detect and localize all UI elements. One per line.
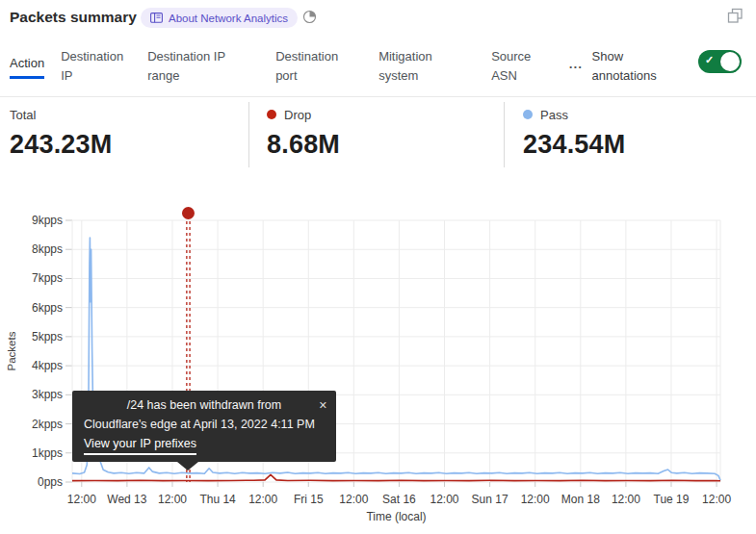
y-tick-label: 1kpps (32, 446, 63, 460)
annotation-tooltip: /24 has been withdrawn from Cloudflare's… (72, 391, 336, 462)
y-tick-label: 6kpps (32, 301, 63, 315)
tooltip-line2: Cloudflare's edge at April 13, 2022 4:11… (84, 415, 325, 434)
stat-pass-label: Pass (540, 108, 568, 122)
check-icon: ✓ (705, 54, 714, 66)
tooltip-line1: /24 has been withdrawn from (84, 395, 325, 415)
show-annotations-label: Show annotations (592, 47, 671, 86)
stat-pass-value: 234.54M (523, 130, 625, 160)
drop-line[interactable] (72, 474, 720, 480)
x-tick-label: 12:00 (430, 493, 459, 506)
x-tick-label: Fri 15 (294, 493, 324, 506)
x-tick-label: Wed 13 (107, 493, 146, 506)
y-tick-label: 8kpps (32, 242, 63, 256)
x-tick-label: 12:00 (702, 493, 731, 506)
view-ip-prefixes-link[interactable]: View your IP prefixes (84, 434, 196, 455)
tab-action[interactable]: Action (10, 54, 44, 79)
stat-drop-label: Drop (284, 108, 311, 122)
x-tick-label: 12:00 (612, 493, 640, 506)
stat-divider (248, 102, 249, 167)
x-tick-label: 12:00 (521, 493, 550, 506)
tabs-divider (0, 96, 756, 97)
time-range-icon[interactable] (302, 10, 317, 24)
y-tick-label: 3kpps (32, 388, 63, 401)
drop-legend-dot (267, 110, 276, 119)
tooltip-arrow (177, 462, 198, 470)
y-tick-label: 5kpps (32, 330, 63, 343)
x-tick-label: Sat 16 (382, 493, 416, 506)
y-axis-title: Packets (6, 331, 17, 370)
stat-total: Total 243.23M (10, 106, 112, 160)
annotation-marker[interactable] (182, 207, 195, 219)
y-tick-label: 2kpps (32, 418, 63, 431)
y-tick-label: 0pps (38, 475, 63, 489)
y-tick-label: 4kpps (32, 359, 63, 372)
packets-chart[interactable]: 0pps1kpps2kpps3kpps4kpps5kpps6kpps7kpps8… (0, 202, 756, 534)
stat-total-value: 243.23M (10, 130, 112, 160)
x-axis-title: Time (local) (366, 510, 426, 523)
y-tick-label: 9kpps (32, 214, 63, 227)
x-tick-label: 12:00 (248, 493, 277, 506)
badge-label: About Network Analytics (169, 13, 288, 24)
stat-drop: Drop 8.68M (267, 106, 340, 160)
x-tick-label: Sun 17 (472, 493, 508, 506)
expand-window-icon[interactable] (727, 8, 743, 24)
pass-legend-dot (523, 110, 533, 119)
y-tick-label: 7kpps (32, 271, 63, 285)
x-tick-label: Tue 19 (654, 493, 690, 506)
stat-drop-value: 8.68M (267, 130, 340, 160)
stat-divider (504, 102, 505, 167)
show-annotations-toggle[interactable]: ✓ (698, 50, 742, 73)
page-title: Packets summary (10, 9, 137, 26)
close-icon[interactable]: ✕ (319, 395, 327, 415)
about-network-analytics-badge[interactable]: About Network Analytics (141, 8, 298, 28)
tab-source-asn[interactable]: Source ASN (491, 47, 537, 86)
tab-destination-ip[interactable]: Destination IP (61, 47, 136, 86)
tab-mitigation-system[interactable]: Mitigation system (378, 47, 442, 86)
x-tick-label: Mon 18 (561, 493, 600, 506)
toggle-knob (720, 52, 740, 71)
x-tick-label: Thu 14 (199, 493, 236, 506)
dimension-tabs: Action Destination IP Destination IP ran… (10, 44, 671, 89)
book-icon (150, 13, 163, 23)
tab-destination-port[interactable]: Destination port (275, 47, 350, 86)
x-tick-label: 12:00 (339, 493, 368, 506)
stat-total-label: Total (10, 108, 36, 122)
stat-pass: Pass 234.54M (523, 106, 625, 160)
packets-summary-panel: Packets summary About Network Analytics … (0, 0, 756, 534)
more-tabs-icon[interactable]: ••• (569, 63, 583, 71)
x-tick-label: 12:00 (67, 493, 96, 506)
tab-destination-ip-range[interactable]: Destination IP range (147, 47, 236, 86)
x-tick-label: 12:00 (158, 493, 187, 506)
